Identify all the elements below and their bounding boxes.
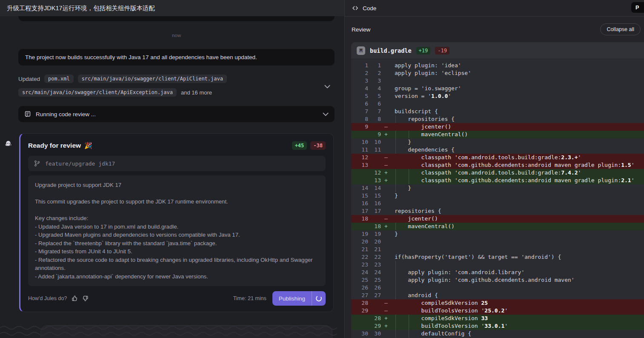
diff-row: 1717repositories { [351,207,644,215]
diff-body: 11apply plugin: 'idea'22apply plugin: 'e… [351,59,644,338]
new-line-number: 4 [368,85,381,92]
new-line-number: 27 [368,292,381,299]
collapse-all-button[interactable]: Collapse all [600,23,641,35]
code-line: buildscript { [391,108,644,115]
chevron-down-icon[interactable] [323,112,329,116]
card-title: Ready for review [28,142,81,149]
file-chip[interactable]: src/main/java/io/swagger/client/ApiClien… [78,74,227,83]
new-line-number: 6 [368,100,381,108]
agent-message: The project now builds successfully with… [18,49,335,66]
task-title-bar: 升级工程支持JDK17运行环境，包括相关组件版本适配 [0,0,344,16]
diff-marker [381,330,391,338]
diff-marker [381,261,391,269]
diff-row: 12+ classpath 'com.android.tools.build:g… [351,169,644,177]
file-chip[interactable]: pom.xml [44,74,74,83]
new-line-number: 17 [368,207,381,215]
code-line: if(hasProperty('target') && target == 'a… [391,253,644,261]
branch-field[interactable]: feature/upgrade jdk17 [28,156,326,171]
old-line-number: 19 [351,230,368,238]
diff-row: 1111 dependencies { [351,146,644,154]
old-line-number: 21 [351,246,368,253]
diff-marker [381,200,391,207]
thumbs-down-button[interactable] [82,295,89,302]
diff-row: 29— buildToolsVersion '25.0.2' [351,307,644,315]
new-line-number: 7 [368,108,381,115]
diff-row: 88 repositories { [351,115,644,123]
diff-row: 18+ mavenCentral() [351,223,644,230]
diff-row: 44group = 'io.swagger' [351,85,644,92]
tab-code[interactable]: Code [363,5,376,11]
running-code-review-row[interactable]: Running code review ... [18,106,335,122]
diff-file-header[interactable]: M build.gradle +19 -19 [351,42,644,59]
diff-row: 66 [351,100,644,108]
new-line-number: 8 [368,115,381,123]
old-line-number: 16 [351,200,368,207]
file-chip[interactable]: src/main/java/io/swagger/client/ApiExcep… [18,88,177,97]
code-line [391,261,644,269]
code-line: repositories { [391,207,644,215]
diff-row: 28— compileSdkVersion 25 [351,299,644,307]
new-line-number: 16 [368,200,381,207]
diff-marker [381,108,391,115]
code-line: apply plugin: 'com.github.dcendents.andr… [391,276,644,284]
diff-row: 9+ mavenCentral() [351,131,644,138]
commit-message: Upgrade project to support JDK 17 This c… [28,175,326,286]
modified-badge: M [357,46,365,55]
new-line-number: 15 [368,192,381,200]
new-line-number: 21 [368,246,381,253]
new-line-number: 18 [368,223,381,230]
publishing-button[interactable]: Publishing [272,291,326,306]
card-title-row: Ready for review 🎉 +45 -38 [28,141,326,150]
diff-row: 12— classpath 'com.android.tools.build:g… [351,154,644,161]
code-line: } [391,138,644,146]
code-line: } [391,230,644,238]
publish-button-cut[interactable]: P [631,2,644,13]
diff-row: 2222if(hasProperty('target') && target =… [351,253,644,261]
diff-row: 2020 [351,238,644,246]
diff-marker [381,69,391,77]
old-line-number: 23 [351,261,368,269]
diff-marker [381,184,391,192]
old-line-number: 3 [351,77,368,85]
updated-files-block: Updated pom.xml src/main/java/io/swagger… [18,74,335,97]
new-line-number [368,154,381,161]
publishing-label: Publishing [272,291,312,306]
diff-row: 18— jcenter() [351,215,644,223]
old-line-number: 4 [351,85,368,92]
new-line-number: 23 [368,261,381,269]
code-line [391,246,644,253]
new-line-number: 12 [368,169,381,177]
new-line-number: 24 [368,269,381,276]
prompt-input-edge[interactable] [40,325,332,338]
diff-marker [381,284,391,292]
old-line-number: 29 [351,307,368,315]
diff-marker [381,92,391,100]
file-additions-badge: +19 [416,47,431,54]
old-line-number: 22 [351,253,368,261]
app: 升级工程支持JDK17运行环境，包括相关组件版本适配 now The proje… [0,0,644,338]
code-line [391,238,644,246]
old-line-number: 26 [351,284,368,292]
chevron-down-icon[interactable] [324,85,330,89]
diff-marker [381,138,391,146]
review-header: Review Collapse all [345,17,644,42]
diff-marker: + [381,169,391,177]
diff-row: 28+ compileSdkVersion 33 [351,315,644,322]
diff-marker: + [381,177,391,184]
jules-mascot-icon [5,140,11,147]
new-line-number: 11 [368,146,381,154]
old-line-number: 18 [351,215,368,223]
diff-row: 2424 apply plugin: 'com.android.library' [351,269,644,276]
old-line-number [351,223,368,230]
code-tab-bar: Code P [345,0,644,17]
new-line-number [368,307,381,315]
diff-row: 2727 android { [351,292,644,299]
diff-row: 1515} [351,192,644,200]
new-line-number: 9 [368,131,381,138]
old-line-number: 20 [351,238,368,246]
diff-card: M build.gradle +19 -19 11apply plugin: '… [351,42,644,338]
new-line-number: 1 [368,62,381,69]
thumbs-up-button[interactable] [71,295,78,302]
diff-marker: + [381,315,391,322]
code-line: classpath 'com.github.dcendents:android … [391,177,644,184]
